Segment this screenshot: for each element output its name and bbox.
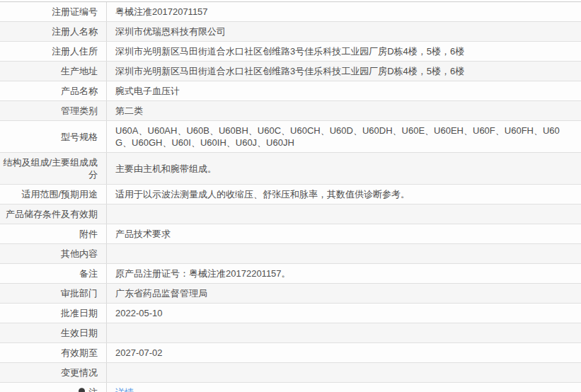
row-label: 管理类别 <box>0 101 107 120</box>
row-value-text: 主要由主机和腕带组成。 <box>115 163 217 175</box>
bulb-icon <box>78 388 86 392</box>
table-row: 批准日期2022-05-10 <box>0 304 581 323</box>
row-label-text: 产品名称 <box>61 85 98 97</box>
row-label-text: 其他内容 <box>61 248 98 260</box>
row-label-text: 审批部门 <box>61 287 98 299</box>
table-row: 适用范围/预期用途适用于以示波法测量成人的收缩压、舒张压和脉率，其数值供诊断参考… <box>0 185 581 204</box>
row-label: 注 <box>0 383 107 392</box>
row-value-text: 原产品注册证号：粤械注准20172201157。 <box>115 267 291 279</box>
row-label: 生效日期 <box>0 323 107 342</box>
row-value-text: 适用于以示波法测量成人的收缩压、舒张压和脉率，其数值供诊断参考。 <box>115 188 410 200</box>
row-label: 结构及组成/主要组成成分 <box>0 153 107 184</box>
table-row: 生效日期 <box>0 323 581 343</box>
row-value: 粤械注准20172071157 <box>107 2 581 21</box>
row-value-text: 2027-07-02 <box>115 347 163 359</box>
table-row: 产品储存条件及有效期 <box>0 204 581 224</box>
row-label: 生产地址 <box>0 62 107 81</box>
row-value: 2022-05-10 <box>107 304 581 323</box>
row-label: 附件 <box>0 224 107 243</box>
row-value-text: 产品技术要求 <box>115 228 171 240</box>
row-value: 深圳市优瑞恩科技有限公司 <box>107 22 581 41</box>
row-value-text: 2022-05-10 <box>115 307 163 319</box>
row-label: 审批部门 <box>0 284 107 303</box>
table-row: 型号规格U60A、U60AH、U60B、U60BH、U60C、U60CH、U60… <box>0 121 581 153</box>
row-value <box>107 323 581 342</box>
row-value: 产品技术要求 <box>107 224 581 243</box>
registration-detail-page: 注册证编号粤械注准20172071157注册人名称深圳市优瑞恩科技有限公司注册人… <box>0 1 581 392</box>
row-label-text: 注册人住所 <box>52 45 98 57</box>
table-row: 注详情 <box>0 383 581 392</box>
row-value: 2027-07-02 <box>107 343 581 362</box>
row-label: 批准日期 <box>0 304 107 323</box>
row-label-text: 管理类别 <box>61 105 98 117</box>
table-row: 注册人名称深圳市优瑞恩科技有限公司 <box>0 22 581 42</box>
row-value <box>107 204 581 224</box>
table-row: 审批部门广东省药品监督管理局 <box>0 284 581 304</box>
row-label-text: 注册证编号 <box>52 6 98 18</box>
row-value-text: 腕式电子血压计 <box>115 85 180 97</box>
row-label: 型号规格 <box>0 121 107 152</box>
table-row: 管理类别第二类 <box>0 101 581 121</box>
table-row: 其他内容 <box>0 244 581 264</box>
row-value-text: 第二类 <box>115 105 143 117</box>
table-row: 结构及组成/主要组成成分主要由主机和腕带组成。 <box>0 153 581 185</box>
row-value: 深圳市光明新区马田街道合水口社区创维路3号佳乐科技工业园厂房D栋4楼，5楼，6楼 <box>107 62 581 81</box>
row-value-text: 深圳市光明新区马田街道合水口社区创维路3号佳乐科技工业园厂房D栋4楼，5楼，6楼 <box>115 45 464 57</box>
row-label-text: 备注 <box>79 267 98 279</box>
row-value-text: U60A、U60AH、U60B、U60BH、U60C、U60CH、U60D、U6… <box>115 125 574 149</box>
row-label-text: 结构及组成/主要组成成分 <box>3 156 98 180</box>
row-label: 其他内容 <box>0 244 107 263</box>
row-value-text: 广东省药品监督管理局 <box>115 287 207 299</box>
table-row: 注册证编号粤械注准20172071157 <box>0 2 581 22</box>
table-row: 备注原产品注册证号：粤械注准20172201157。 <box>0 264 581 284</box>
row-label-text: 适用范围/预期用途 <box>21 188 98 200</box>
row-label: 注册证编号 <box>0 2 107 21</box>
row-label-text: 批准日期 <box>61 307 98 319</box>
row-value: 主要由主机和腕带组成。 <box>107 153 581 184</box>
table-row: 变更情况 <box>0 363 581 383</box>
row-value-text: 深圳市光明新区马田街道合水口社区创维路3号佳乐科技工业园厂房D栋4楼，5楼，6楼 <box>115 65 464 77</box>
row-label-text: 生产地址 <box>61 65 98 77</box>
row-value: 第二类 <box>107 101 581 120</box>
row-value-text: 粤械注准20172071157 <box>115 6 208 18</box>
row-label-text: 生效日期 <box>61 327 98 339</box>
row-label: 产品储存条件及有效期 <box>0 204 107 224</box>
table-row: 生产地址深圳市光明新区马田街道合水口社区创维路3号佳乐科技工业园厂房D栋4楼，5… <box>0 62 581 81</box>
row-value: 深圳市光明新区马田街道合水口社区创维路3号佳乐科技工业园厂房D栋4楼，5楼，6楼 <box>107 42 581 61</box>
row-value: 原产品注册证号：粤械注准20172201157。 <box>107 264 581 283</box>
row-value: 广东省药品监督管理局 <box>107 284 581 303</box>
row-value: U60A、U60AH、U60B、U60BH、U60C、U60CH、U60D、U6… <box>107 121 581 152</box>
row-label-text: 型号规格 <box>61 131 98 143</box>
row-value: 腕式电子血压计 <box>107 81 581 100</box>
table-row: 有效期至2027-07-02 <box>0 343 581 363</box>
row-label-text: 变更情况 <box>61 367 98 379</box>
row-value: 适用于以示波法测量成人的收缩压、舒张压和脉率，其数值供诊断参考。 <box>107 185 581 204</box>
row-label: 适用范围/预期用途 <box>0 185 107 204</box>
row-value <box>107 363 581 382</box>
registration-table: 注册证编号粤械注准20172071157注册人名称深圳市优瑞恩科技有限公司注册人… <box>0 1 581 392</box>
row-label: 注册人住所 <box>0 42 107 61</box>
row-label-text: 附件 <box>79 228 98 240</box>
table-row: 产品名称腕式电子血压计 <box>0 81 581 101</box>
row-label-text: 产品储存条件及有效期 <box>6 208 98 220</box>
table-row: 注册人住所深圳市光明新区马田街道合水口社区创维路3号佳乐科技工业园厂房D栋4楼，… <box>0 42 581 62</box>
table-row: 附件产品技术要求 <box>0 224 581 244</box>
row-value <box>107 244 581 263</box>
details-link[interactable]: 详情 <box>115 386 134 392</box>
row-label: 有效期至 <box>0 343 107 362</box>
row-label: 备注 <box>0 264 107 283</box>
row-label: 产品名称 <box>0 81 107 100</box>
row-label-text: 注 <box>88 386 98 392</box>
row-label: 变更情况 <box>0 363 107 382</box>
row-label: 注册人名称 <box>0 22 107 41</box>
row-value-text: 深圳市优瑞恩科技有限公司 <box>115 25 226 38</box>
row-label-text: 有效期至 <box>61 347 98 359</box>
row-value: 详情 <box>107 383 581 392</box>
row-label-text: 注册人名称 <box>52 25 98 38</box>
